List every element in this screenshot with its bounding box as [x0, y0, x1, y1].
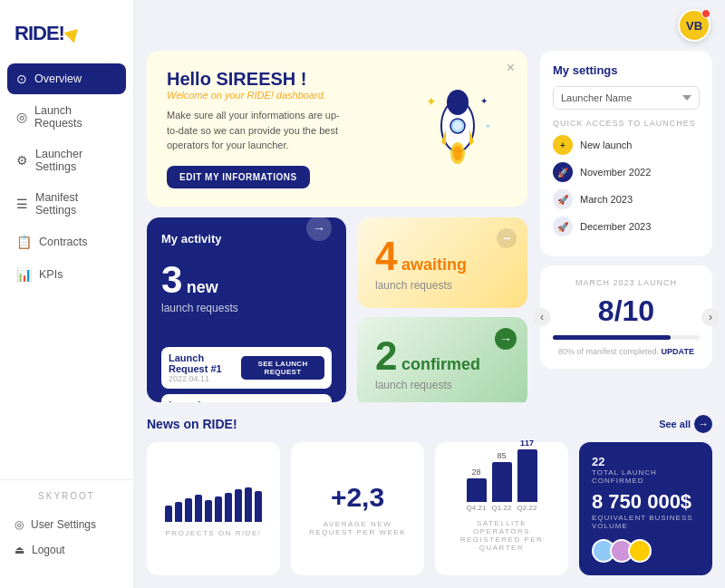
confirmed-sub: launch requests: [375, 379, 509, 391]
revenue-card: 22 TOTAL LAUNCH CONFIRMED 8 750 000$ EQU…: [579, 442, 712, 575]
see-all-button[interactable]: See all →: [659, 415, 712, 433]
request-name-1: Launch Request #1: [169, 352, 241, 374]
news-header: News on RIDE! See all →: [147, 415, 712, 433]
quick-access-label: QUICK ACCESS TO LAUNCHES: [553, 119, 700, 128]
main-content: VB Hello SIREESH ! Welcome on your RIDE!…: [134, 0, 725, 588]
svg-text:✦: ✦: [426, 94, 437, 109]
activity-count: 3: [161, 258, 182, 301]
svg-text:✦: ✦: [485, 122, 491, 130]
bar-4: [195, 495, 202, 522]
november-2022-link[interactable]: 🚀 November 2022: [553, 162, 700, 182]
progress-bar: [553, 335, 700, 340]
user-icon: ◎: [14, 518, 24, 531]
see-all-label: See all: [659, 419, 691, 429]
total-launches: 22: [592, 455, 700, 468]
activity-title: My activity: [161, 232, 221, 246]
welcome-greeting: Hello SIREESH !: [167, 69, 348, 90]
awaiting-card: − 4 awaiting launch requests: [357, 217, 527, 308]
launcher-name-select[interactable]: Launcher Name: [553, 86, 700, 110]
sidebar-item-manifest-settings[interactable]: ☰ Manifest Settings: [7, 183, 126, 225]
revenue-amount: 8 750 000$: [592, 490, 700, 514]
contracts-icon: 📋: [16, 235, 32, 249]
content-right: My settings Launcher Name QUICK ACCESS T…: [540, 51, 712, 402]
bar-1: [165, 506, 172, 522]
sidebar-item-user-settings[interactable]: ◎ User Settings: [14, 512, 119, 537]
news-section: News on RIDE! See all →: [134, 415, 725, 588]
november-2022-dot: 🚀: [553, 162, 573, 182]
request-list: Launch Request #1 2022.04.11 SEE LAUNCH …: [161, 347, 332, 403]
request-date-1: 2022.04.11: [169, 374, 241, 383]
new-launch-link[interactable]: + New launch: [553, 135, 700, 155]
bar-3: [185, 498, 192, 522]
activity-card: My activity → 3 new launch requests Laun…: [147, 217, 346, 403]
content-area: Hello SIREESH ! Welcome on your RIDE! da…: [134, 51, 725, 415]
edit-informations-button[interactable]: EDIT MY INFORMATIONS: [167, 166, 310, 188]
projects-bar-chart: [165, 481, 262, 522]
awaiting-minus-button[interactable]: −: [497, 228, 517, 248]
new-launch-dot: +: [553, 135, 573, 155]
activity-row: My activity → 3 new launch requests Laun…: [147, 217, 527, 403]
progress-next-button[interactable]: ›: [701, 308, 720, 326]
user-avatar[interactable]: VB: [678, 9, 710, 42]
confirmed-label: confirmed: [401, 355, 480, 373]
bar-8: [235, 489, 242, 522]
sidebar-item-overview[interactable]: ⊙ Overview: [7, 63, 126, 94]
sidebar-item-label: Launch Requests: [34, 104, 117, 130]
team-avatar-3: [628, 539, 652, 563]
december-2023-dot: 🚀: [553, 217, 573, 236]
sidebar-item-label: Overview: [34, 72, 82, 85]
progress-prev-button[interactable]: ‹: [533, 308, 551, 326]
welcome-subtitle: Welcome on your RIDE! dashboard.: [167, 90, 348, 101]
march-2023-link[interactable]: 🚀 March 2023: [553, 189, 700, 209]
settings-title: My settings: [553, 63, 700, 77]
confirmed-count: 2: [375, 333, 397, 378]
logo-text: RIDE!: [14, 22, 64, 45]
november-2022-text: November 2022: [580, 167, 651, 178]
welcome-text: Hello SIREESH ! Welcome on your RIDE! da…: [167, 69, 348, 188]
welcome-banner: Hello SIREESH ! Welcome on your RIDE! da…: [147, 51, 527, 207]
bar-7: [225, 493, 232, 522]
sidebar-item-launch-requests[interactable]: ◎ Launch Requests: [7, 96, 126, 138]
projects-chart-card: PROJECTS ON RIDE!: [147, 442, 280, 575]
sidebar-item-launcher-settings[interactable]: ⚙ Launcher Settings: [7, 140, 126, 181]
see-request-button-1[interactable]: SEE LAUNCH REQUEST: [241, 356, 324, 380]
new-launch-text: New launch: [580, 140, 632, 150]
revenue-amount-label: EQUIVALENT BUSINESS VOLUME: [592, 514, 700, 530]
sidebar-item-label: Contracts: [39, 236, 88, 248]
december-2023-text: December 2023: [580, 221, 651, 232]
see-all-arrow: →: [694, 415, 712, 433]
update-link[interactable]: UPDATE: [662, 347, 694, 356]
december-2023-link[interactable]: 🚀 December 2023: [553, 217, 700, 236]
progress-card: ‹ › MARCH 2023 LAUNCH 8/10 80% of manife…: [540, 265, 712, 369]
bar-2: [175, 502, 182, 522]
awaiting-count: 4: [375, 234, 397, 278]
projects-label: PROJECTS ON RIDE!: [166, 529, 262, 537]
activity-nav-button[interactable]: →: [306, 217, 332, 242]
logout-icon: ⏏: [14, 544, 24, 556]
content-left: Hello SIREESH ! Welcome on your RIDE! da…: [147, 51, 527, 402]
sidebar-item-logout[interactable]: ⏏ Logout: [14, 537, 119, 563]
logo-arrow-icon: [63, 24, 82, 43]
settings-icon: ⚙: [16, 153, 28, 168]
nav-items: ⊙ Overview ◎ Launch Requests ⚙ Launcher …: [0, 63, 133, 479]
march-2023-dot: 🚀: [553, 189, 573, 209]
avatar-initials: VB: [686, 19, 702, 33]
svg-text:✦: ✦: [480, 96, 488, 106]
close-banner-button[interactable]: ×: [507, 60, 515, 76]
sidebar-item-contracts[interactable]: 📋 Contracts: [7, 227, 126, 257]
stats-column: − 4 awaiting launch requests → 2 confirm…: [357, 217, 527, 403]
avg-requests-label: AVERAGE NEW REQUEST PER WEEK: [304, 520, 411, 536]
sat-bar-2: [492, 462, 512, 502]
sidebar-item-label: Manifest Settings: [35, 191, 117, 217]
sat-bar-1: [467, 478, 487, 502]
sidebar-item-kpis[interactable]: 📊 KPIs: [7, 259, 126, 290]
activity-count-label: new: [187, 278, 218, 296]
progress-value: 8/10: [553, 294, 700, 328]
confirmed-plus-button[interactable]: →: [495, 328, 517, 350]
sidebar-item-label: KPIs: [39, 268, 63, 281]
bar-6: [215, 496, 222, 522]
svg-point-1: [447, 90, 469, 115]
rocket-svg: ✦ ✦ ✦: [408, 79, 508, 178]
sidebar-bottom: SKYROOT ◎ User Settings ⏏ Logout: [0, 479, 133, 574]
sat-bar-3: [517, 449, 537, 502]
